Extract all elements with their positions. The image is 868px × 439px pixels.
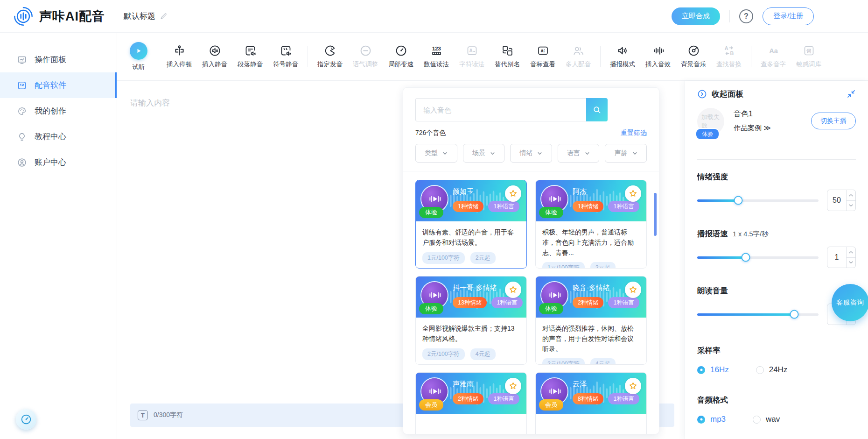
increase-button[interactable] [847,247,855,258]
slider-track[interactable] [697,199,819,202]
slider-thumb[interactable] [734,196,743,205]
radio-audio-format-wav[interactable]: wav [753,415,780,424]
collapse-panel-label: 收起面板 [712,89,743,99]
radio-audio-format-mp3[interactable]: mp3 [697,415,726,424]
tool-local-speed[interactable]: 局部变速 [383,44,419,69]
filter-label: 声龄 [615,149,628,157]
search-button[interactable] [586,98,608,121]
voice-badges: 13种情绪 1种语言 [453,297,523,308]
chevron-down-icon [537,151,542,156]
value-input[interactable]: 1 [827,247,856,268]
voice-card-body: 全网影视解说爆款主播；支持13种情绪风格。 2元/100字符 4元起 [416,318,526,360]
slider-label: 朗读音量 [697,286,728,296]
filter-row: 类型 场景 情绪 语言 声龄 [415,144,647,163]
scrollbar-thumb[interactable] [654,193,657,236]
guide-widget[interactable] [16,409,36,430]
favorite-star-button[interactable] [505,185,521,202]
collapse-panel[interactable]: 收起面板 [697,89,743,99]
slider-thumb[interactable] [790,310,799,319]
voice-card-grid: 体验 颜如玉 1种情绪 1种语言 训练有素、舒适的声音，用于客户服务和对话场景。… [415,180,647,434]
tool-broadcast-mode[interactable]: 播报模式 [605,44,640,69]
tool-sound-effect[interactable]: 插入音效 [640,44,676,69]
favorite-star-button[interactable] [505,282,521,298]
slider-hint: 1 x 4.5字/秒 [733,230,769,239]
tool-label: 插入静音 [202,60,227,69]
tool-alias[interactable]: 替代别名 [490,44,525,69]
radio-sample-rate-24Hz[interactable]: 24Hz [756,365,788,375]
tool-bgm[interactable]: 背景音乐 [676,44,711,69]
sidebar-item-dubbing[interactable]: 配音软件 [0,72,117,98]
slider-track[interactable] [697,313,819,316]
filter-select-1[interactable]: 场景 [463,144,505,163]
synthesize-button[interactable]: 立即合成 [672,7,720,25]
slider-thumb[interactable] [742,253,750,262]
filter-label: 类型 [425,149,438,157]
edit-title-icon[interactable] [160,12,168,20]
voice-card[interactable]: 会员 声雅南 2种情绪 1种语言 [415,372,527,434]
support-fab[interactable]: 客服咨询 [832,284,868,321]
tool-insert-silence[interactable]: 插入静音 [197,44,232,69]
chevron-down-icon [442,151,448,156]
sidebar-item-account[interactable]: 账户中心 [0,149,117,175]
brand-logo: 声咔AI配音 [13,6,105,27]
favorite-star-button[interactable] [625,282,641,298]
radio-sample-rate-16Hz[interactable]: 16Hz [697,365,729,375]
reset-filters-link[interactable]: 重置筛选 [621,129,647,137]
increase-button[interactable] [847,190,855,201]
pause-pin-icon [173,44,186,57]
switch-speaker-button[interactable]: 切换主播 [811,113,856,129]
tool-insert-pause[interactable]: 插入停顿 [161,44,197,69]
sidebar-item-tutorials[interactable]: 教程中心 [0,124,117,149]
svg-text:a:: a: [540,48,545,53]
chevron-down-icon [585,151,590,156]
voice-card[interactable]: 体验 颜如玉 1种情绪 1种语言 训练有素、舒适的声音，用于客户服务和对话场景。… [415,180,527,269]
tool-preview[interactable]: 试听 [125,42,153,71]
slider-fill [697,256,746,259]
sample-works-link[interactable]: 作品案例 ≫ [734,124,804,133]
voice-card[interactable]: 会员 云泽 8种情绪 1种语言 [535,372,647,434]
collapse-arrows-icon[interactable] [847,89,856,99]
filter-select-4[interactable]: 声龄 [605,144,647,163]
help-icon[interactable]: ? [739,9,753,23]
tool-paragraph-silence[interactable]: 段落静音 [232,44,268,69]
filter-select-0[interactable]: 类型 [415,144,457,163]
tool-number-reading[interactable]: 123 数值读法 [419,44,454,69]
login-register-button[interactable]: 登录/注册 [763,7,814,25]
find-replace-icon: AB [723,44,735,57]
sidebar-item-dashboard[interactable]: 操作面板 [0,47,117,72]
tool-pronunciation[interactable]: 指定发音 [312,44,348,69]
favorite-star-button[interactable] [625,378,641,394]
slider-label: 播报语速 [697,229,728,239]
favorite-star-button[interactable] [625,185,641,202]
sidebar-nav: 操作面板 配音软件 我的创作 教程中心 账户中心 [0,47,117,175]
filter-select-3[interactable]: 语言 [558,144,600,163]
dashboard-icon [17,55,27,65]
voice-card[interactable]: 体验 阿杰 1种情绪 1种语言 积极、年轻的男声，普通话标准，音色向上充满活力，… [535,180,647,269]
decrease-button[interactable] [847,258,855,268]
panel-circle-icon [697,89,707,99]
tool-symbol-silence[interactable]: 符号静音 [268,44,303,69]
favorite-star-button[interactable] [505,378,521,394]
sidebar: 操作面板 配音软件 我的创作 教程中心 账户中心 [0,33,117,439]
sidebar-item-creations[interactable]: 我的创作 [0,98,117,124]
voice-count: 726个音色 [415,129,446,137]
value-text: 1 [827,247,846,268]
slider-fill [697,199,738,202]
slider-fill [697,313,794,316]
voice-badges: 1种情绪 1种语言 [453,201,519,212]
sidebar-item-label: 我的创作 [35,106,66,116]
value-input[interactable]: 50 [827,190,856,211]
radio-dot [697,366,705,374]
voice-card[interactable]: 体验 晓音-多情绪 2种情绪 1种语言 对话类的强烈推荐，休闲、放松的声音，用于… [535,276,647,365]
emotion-count-badge: 2种情绪 [453,393,483,404]
tool-label: 查找替换 [716,60,742,69]
voice-card-header: 体验 晓音-多情绪 2种情绪 1种语言 [536,276,646,318]
voice-card[interactable]: 体验 抖一哥-多情绪 13种情绪 1种语言 全网影视解说爆款主播；支持13种情绪… [415,276,527,365]
slider-track[interactable] [697,256,819,259]
tool-phonetic[interactable]: a: 音标查看 [525,44,560,69]
tool-label: 音标查看 [530,60,555,69]
voice-search-input[interactable] [415,98,586,121]
document-title: 默认标题 [124,11,155,21]
decrease-button[interactable] [847,201,855,211]
filter-select-2[interactable]: 情绪 [510,144,552,163]
